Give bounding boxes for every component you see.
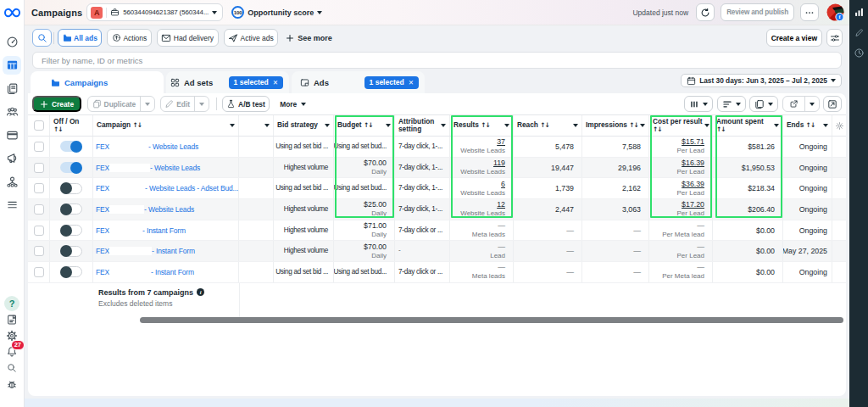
campaign-link[interactable]: FEX - Instant Form (96, 268, 194, 276)
export-main[interactable] (783, 97, 804, 111)
ad-sets-selected-pill[interactable]: 1 selected✕ (229, 76, 283, 89)
column-header-cost-per-result[interactable]: Cost per result↑↓ (649, 115, 713, 136)
duplicate-button[interactable]: Duplicate (87, 96, 155, 112)
campaign-toggle[interactable] (60, 183, 82, 194)
filter-input[interactable] (32, 52, 842, 69)
chip-actions[interactable]: Actions (107, 29, 151, 47)
edit-button[interactable]: Edit (160, 96, 209, 112)
campaign-link[interactable]: FEX - Instant Form (96, 247, 195, 255)
tab-ads[interactable]: Ads 1 selected✕ (292, 71, 425, 93)
rail-item-bar-chart[interactable] (852, 5, 865, 19)
chevron-down-icon[interactable] (774, 124, 779, 127)
campaign-link[interactable]: FEX - Website Leads (96, 142, 198, 151)
column-header-amount-spent[interactable]: Amount spent↑↓ (713, 115, 783, 136)
row-checkbox[interactable] (34, 163, 44, 173)
sidebar-item-asset-network[interactable] (3, 172, 21, 191)
duplicate-main[interactable]: Duplicate (88, 97, 140, 111)
review-publish-button[interactable]: Review and publish (721, 3, 794, 21)
chevron-down-icon[interactable] (441, 124, 446, 127)
ads-selected-pill[interactable]: 1 selected✕ (364, 76, 419, 89)
sidebar-item-help[interactable]: ? (3, 298, 21, 309)
sidebar-item-bell[interactable]: 27 (3, 346, 21, 357)
cost-value[interactable]: $15.71 (682, 137, 704, 146)
sidebar-item-bug[interactable] (3, 378, 21, 389)
export-dropdown[interactable] (804, 97, 819, 111)
refresh-button[interactable] (696, 3, 715, 21)
columns-button[interactable] (684, 96, 713, 112)
account-selector[interactable]: A 560344094621387 (560344... (86, 3, 223, 21)
column-header-reach[interactable]: Reach ↑↓ (514, 115, 582, 136)
create-button[interactable]: Create (32, 96, 81, 112)
column-header-gear[interactable] (832, 115, 846, 136)
column-header-impressions[interactable]: Impressions ↑↓ (582, 115, 649, 136)
search-button[interactable] (32, 29, 52, 47)
create-view-button[interactable]: Create a view (766, 29, 822, 47)
profile-avatar[interactable]: f (826, 3, 844, 21)
ab-test-button[interactable]: A/B test (222, 96, 270, 112)
chevron-down-icon[interactable] (325, 124, 330, 127)
chevron-down-icon[interactable] (230, 124, 235, 127)
column-header-attribution[interactable]: Attributionsetting (395, 115, 450, 136)
column-header-budget[interactable]: Budget ↑↓ (334, 115, 395, 136)
row-checkbox[interactable] (34, 142, 44, 152)
campaign-link[interactable]: FEX - Website Leads (96, 205, 194, 214)
info-icon[interactable]: i (197, 288, 204, 296)
date-range-selector[interactable]: Last 30 days: Jun 3, 2025 – Jul 2, 2025 (681, 74, 842, 87)
cost-value[interactable]: $17.20 (682, 200, 704, 209)
cost-value[interactable]: $36.39 (682, 180, 704, 188)
sidebar-item-billing-card[interactable] (3, 125, 21, 144)
tab-ad-sets[interactable]: Ad sets 1 selected✕ (166, 71, 289, 93)
sidebar-item-menu-lines[interactable] (3, 196, 21, 215)
chevron-down-icon[interactable] (704, 124, 709, 127)
more-button[interactable]: More (276, 100, 309, 109)
campaign-toggle[interactable] (60, 225, 82, 236)
row-checkbox[interactable] (34, 267, 44, 277)
chip-active-ads[interactable]: Active ads (224, 29, 279, 47)
campaign-toggle[interactable] (60, 266, 82, 277)
campaign-link[interactable]: FEX - Instant Form (96, 226, 186, 235)
sidebar-item-gauge[interactable] (3, 32, 21, 51)
edit-dropdown[interactable] (194, 97, 209, 111)
more-options-button[interactable] (800, 3, 819, 21)
reports-button[interactable] (749, 96, 778, 112)
expand-table-button[interactable] (823, 96, 842, 112)
rail-item-pencil[interactable] (852, 25, 865, 39)
row-checkbox[interactable] (34, 226, 44, 236)
column-header-campaign[interactable]: Campaign ↑↓ (93, 115, 239, 136)
sidebar-item-notebook[interactable] (3, 314, 21, 325)
column-header-results[interactable]: Results ↑↓ (450, 115, 514, 136)
row-checkbox[interactable] (34, 204, 44, 215)
horizontal-scrollbar[interactable] (140, 317, 843, 323)
chevron-down-icon[interactable] (504, 124, 509, 127)
sidebar-item-audiences[interactable] (3, 103, 21, 121)
campaign-toggle[interactable] (60, 141, 82, 152)
chevron-down-icon[interactable] (640, 124, 645, 127)
export-button[interactable] (782, 96, 820, 112)
edit-main[interactable]: Edit (161, 97, 194, 111)
column-header-checkbox[interactable] (28, 115, 50, 136)
chip-had-delivery[interactable]: Had delivery (157, 29, 219, 47)
results-value[interactable]: 119 (493, 159, 505, 167)
tab-campaigns[interactable]: Campaigns (31, 71, 164, 93)
see-more-button[interactable]: See more (286, 34, 332, 42)
view-settings-button[interactable] (826, 29, 843, 47)
campaign-toggle[interactable] (60, 162, 82, 173)
close-icon[interactable]: ✕ (409, 79, 414, 86)
rail-item-clock[interactable] (852, 46, 865, 59)
campaign-link[interactable]: FEX - Website Leads - Adset Bud... (96, 184, 238, 192)
chevron-down-icon[interactable] (573, 124, 578, 127)
meta-logo-icon[interactable] (3, 6, 21, 20)
close-icon[interactable]: ✕ (273, 79, 278, 86)
column-header-blank[interactable] (239, 115, 274, 136)
results-value[interactable]: 12 (497, 200, 505, 209)
column-header-bid-strategy[interactable]: Bid strategy (274, 115, 334, 136)
sidebar-item-campaigns-table[interactable] (3, 56, 21, 75)
opportunity-score[interactable]: 100 Opportunity score (231, 6, 322, 19)
breakdown-button[interactable] (717, 96, 746, 112)
results-value[interactable]: 37 (497, 137, 505, 146)
column-header-ends[interactable]: Ends ↑↓ (783, 115, 832, 136)
campaign-link[interactable]: FEX - Website Leads (96, 164, 200, 172)
chip-all-ads[interactable]: All ads (58, 29, 102, 47)
campaign-toggle[interactable] (60, 246, 82, 257)
row-checkbox[interactable] (34, 246, 44, 256)
